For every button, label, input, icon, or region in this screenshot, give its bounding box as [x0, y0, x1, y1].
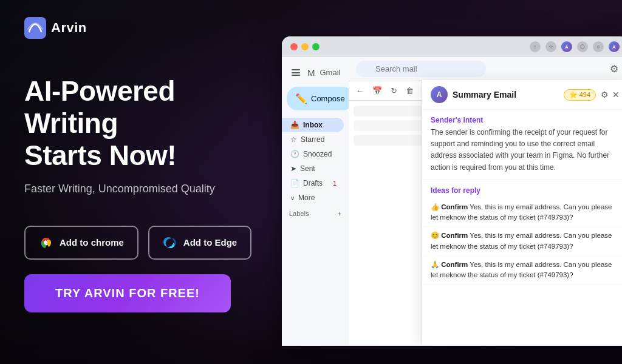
starred-label: Starred — [301, 135, 324, 144]
gmail-labels-row: Labels + — [282, 205, 349, 220]
chevron-icon: ∨ — [290, 195, 295, 201]
bookmark-icon: ☆ — [545, 41, 556, 52]
ai-badge: ⭐ 494 — [564, 89, 596, 101]
profile-icon: A — [561, 41, 572, 52]
ai-avatar: A — [431, 86, 448, 103]
reply-item-1[interactable]: 👍 Confirm Yes, this is my email address.… — [422, 198, 622, 228]
labels-add-icon[interactable]: + — [338, 210, 341, 217]
more-label: More — [298, 194, 315, 202]
logo-text: Arvin — [51, 20, 87, 36]
drafts-label: Drafts — [303, 179, 323, 187]
gmail-sidebar: M Gmail ✏️ Compose 📥 Inbox ☆ Starred 🕐 S… — [282, 57, 349, 345]
reply-keyword-1: Confirm — [441, 203, 468, 211]
settings-icon[interactable]: ⚙ — [607, 62, 621, 76]
ai-panel-actions: ⚙ ✕ — [601, 90, 620, 99]
send-icon: ➤ — [290, 164, 296, 173]
gmail-snoozed-nav[interactable]: 🕐 Snoozed — [282, 147, 344, 161]
extensions-icon: ⬡ — [577, 41, 588, 52]
pencil-icon: ✏️ — [295, 93, 307, 104]
ai-panel-title: Summary Email — [453, 90, 559, 99]
sender-intent-title: Sender's intent — [422, 110, 622, 127]
browser-buttons-group: Add to chrome Add to Edge — [24, 226, 261, 260]
gmail-sent-nav[interactable]: ➤ Sent — [282, 161, 344, 176]
sender-intent-text: The sender is confirming the receipt of … — [422, 127, 622, 180]
star-icon: ☆ — [290, 135, 297, 144]
refresh-icon[interactable]: ↻ — [388, 84, 400, 98]
reply-emoji-2: 😊 — [431, 232, 439, 239]
hero-subtitle: Faster Writing, Uncompromised Quality — [24, 183, 261, 195]
gmail-logo-text: Gmail — [320, 68, 341, 77]
ideas-for-reply-title: Ideas for reply — [422, 180, 622, 198]
left-panel: Arvin AI-Powered WritingStarts Now! Fast… — [0, 0, 285, 364]
hero-title: AI-Powered WritingStarts Now! — [24, 75, 261, 172]
calendar-icon[interactable]: 📅 — [370, 84, 384, 98]
cta-label: TRY ARVIN FOR FREE! — [55, 286, 200, 300]
snoozed-label: Snoozed — [303, 150, 332, 158]
gmail-drafts-nav[interactable]: 📄 Drafts 1 — [282, 176, 344, 190]
svg-rect-0 — [24, 17, 46, 39]
gmail-hamburger[interactable]: M Gmail — [282, 62, 349, 83]
chrome-icon — [39, 235, 53, 250]
browser-chrome-bar: ↑ ☆ A ⬡ ○ A — [282, 36, 622, 57]
gmail-more-nav[interactable]: ∨ More — [282, 190, 344, 205]
reply-item-3[interactable]: 🙏 Confirm Yes, this is my email address.… — [422, 256, 622, 285]
minimize-button[interactable] — [301, 43, 309, 50]
close-panel-icon[interactable]: ✕ — [612, 90, 620, 99]
logo: Arvin — [24, 17, 261, 39]
edge-icon — [163, 235, 177, 250]
reply-keyword-3: Confirm — [441, 261, 468, 268]
hamburger-icon — [289, 67, 302, 78]
add-edge-label: Add to Edge — [183, 237, 237, 248]
gmail-logo-m: M — [307, 67, 315, 78]
ai-panel-header: A Summary Email ⭐ 494 ⚙ ✕ — [422, 80, 622, 110]
arvin-logo-icon — [24, 17, 46, 39]
ai-summary-panel: A Summary Email ⭐ 494 ⚙ ✕ Sender's inten… — [422, 80, 622, 345]
gmail-main: 🔍 ⚙ ← 📅 ↻ 🗑 ✉ 🕐 📦 📁 🏷 ⋮ ⬛ — [349, 57, 622, 345]
gmail-body: M Gmail ✏️ Compose 📥 Inbox ☆ Starred 🕐 S… — [282, 57, 622, 345]
add-to-edge-button[interactable]: Add to Edge — [148, 226, 251, 260]
reply-emoji-3: 🙏 — [431, 261, 439, 268]
sent-label: Sent — [300, 164, 315, 173]
gmail-toolbar: 🔍 ⚙ — [349, 57, 622, 81]
search-wrapper: 🔍 — [356, 61, 604, 77]
gmail-mockup: ↑ ☆ A ⬡ ○ A M Gmail ✏️ Compose 📥 — [282, 36, 622, 346]
search-input[interactable] — [356, 61, 486, 77]
draft-icon: 📄 — [290, 179, 299, 187]
browser-right-actions: ↑ ☆ A ⬡ ○ A — [530, 41, 620, 52]
inbox-icon: 📥 — [290, 121, 299, 129]
clock-icon: 🕐 — [290, 150, 299, 158]
reply-emoji-1: 👍 — [431, 203, 439, 211]
back-icon[interactable]: ← — [354, 84, 366, 98]
compose-label: Compose — [311, 94, 345, 103]
labels-text: Labels — [289, 210, 309, 217]
star-badge-count: 494 — [579, 91, 590, 98]
account-icon: ○ — [593, 41, 604, 52]
compose-button[interactable]: ✏️ Compose — [287, 87, 354, 110]
gmail-starred-nav[interactable]: ☆ Starred — [282, 132, 344, 147]
reply-item-2[interactable]: 😊 Confirm Yes, this is my email address.… — [422, 227, 622, 256]
drafts-count: 1 — [333, 180, 337, 187]
add-chrome-label: Add to chrome — [60, 237, 124, 248]
share-icon: ↑ — [530, 41, 541, 52]
reply-keyword-2: Confirm — [441, 232, 468, 239]
try-arvin-button[interactable]: TRY ARVIN FOR FREE! — [24, 274, 231, 312]
arvin-ext-icon: A — [609, 41, 620, 52]
settings-gear-icon[interactable]: ⚙ — [601, 90, 609, 99]
star-badge-icon: ⭐ — [569, 91, 578, 99]
close-button[interactable] — [290, 43, 298, 50]
fullscreen-button[interactable] — [312, 43, 320, 50]
gmail-inbox-nav[interactable]: 📥 Inbox — [282, 118, 344, 132]
trash-icon[interactable]: 🗑 — [403, 84, 416, 98]
traffic-lights — [290, 43, 320, 50]
add-to-chrome-button[interactable]: Add to chrome — [24, 226, 138, 260]
inbox-label: Inbox — [303, 121, 323, 129]
